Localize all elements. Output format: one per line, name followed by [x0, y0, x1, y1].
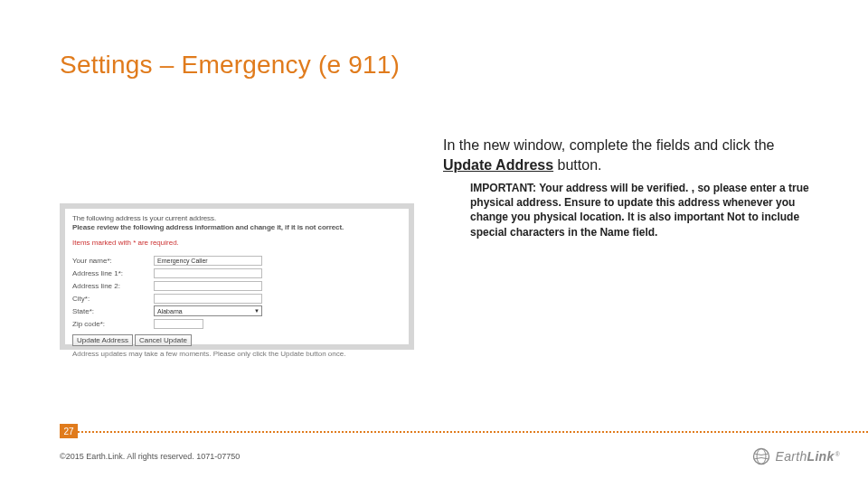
- form-required-note: Items marked with * are required.: [72, 239, 401, 247]
- form-intro-1: The following address is your current ad…: [72, 214, 401, 222]
- label-state: State*:: [72, 307, 154, 315]
- update-address-button[interactable]: Update Address: [72, 334, 133, 346]
- label-city: City*:: [72, 295, 154, 303]
- form-footer-note: Address updates may take a few moments. …: [72, 350, 401, 358]
- name-field[interactable]: Emergency Caller: [154, 256, 262, 266]
- logo-text: EarthLink®: [776, 449, 839, 464]
- form-intro-2: Please review the following address info…: [72, 223, 401, 231]
- label-addr2: Address line 2:: [72, 282, 154, 290]
- instruction-text: In the new window, complete the fields a…: [443, 136, 800, 174]
- state-select[interactable]: Alabama: [154, 305, 262, 316]
- instruction-pre: In the new window, complete the fields a…: [443, 137, 774, 153]
- city-field[interactable]: [154, 294, 262, 304]
- svg-point-0: [753, 449, 769, 465]
- divider: [60, 431, 868, 433]
- label-name: Your name*:: [72, 257, 154, 265]
- label-addr1: Address line 1*:: [72, 269, 154, 277]
- instruction-button-name: Update Address: [443, 157, 553, 173]
- instruction-post: button.: [553, 157, 601, 173]
- copyright-text: ©2015 Earth.Link. All rights reserved. 1…: [60, 452, 240, 461]
- page-title: Settings – Emergency (e 911): [60, 51, 400, 80]
- label-zip: Zip code*:: [72, 320, 154, 328]
- earthlink-logo: EarthLink®: [752, 447, 839, 465]
- cancel-update-button[interactable]: Cancel Update: [135, 334, 192, 346]
- addr2-field[interactable]: [154, 281, 262, 291]
- globe-icon: [752, 447, 770, 465]
- zip-field[interactable]: [154, 319, 203, 329]
- page-number: 27: [60, 424, 78, 438]
- important-note: IMPORTANT: Your address will be verified…: [470, 181, 809, 239]
- address-form-screenshot: The following address is your current ad…: [60, 203, 414, 350]
- addr1-field[interactable]: [154, 268, 262, 278]
